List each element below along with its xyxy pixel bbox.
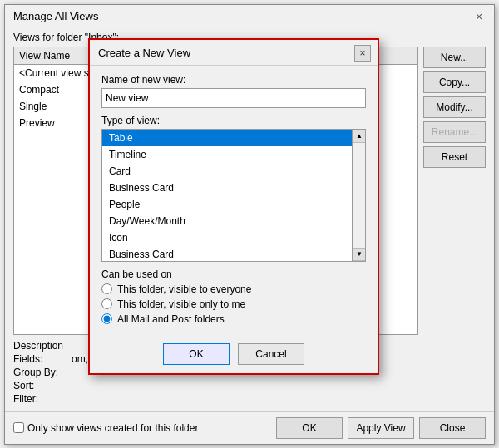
only-show-checkbox-row[interactable]: Only show views created for this folder (13, 422, 271, 434)
list-item[interactable]: Card (102, 163, 352, 180)
type-field-group: Type of view: Table Timeline Card Busine… (101, 115, 366, 262)
list-item[interactable]: Business Card (102, 180, 352, 196)
new-button[interactable]: New... (423, 47, 486, 68)
create-new-view-dialog: Create a New View × Name of new view: Ty… (88, 38, 379, 375)
radio-option-everyone[interactable]: This folder, visible to everyone (101, 283, 366, 295)
manage-right-panel: New... Copy... Modify... Rename... Reset (423, 47, 486, 335)
only-show-label: Only show views created for this folder (27, 422, 198, 434)
create-titlebar: Create a New View × (90, 40, 378, 66)
create-dialog-title: Create a New View (98, 47, 190, 59)
manage-dialog-title: Manage All Views (13, 10, 98, 22)
radio-only-me[interactable] (101, 298, 112, 309)
create-ok-button[interactable]: OK (163, 343, 230, 365)
manage-ok-button[interactable]: OK (276, 417, 343, 439)
modify-button[interactable]: Modify... (423, 96, 486, 118)
create-close-button[interactable]: × (354, 45, 371, 62)
sort-row: Sort: (13, 380, 486, 391)
list-item[interactable]: Table (102, 130, 352, 146)
manage-close-footer-button[interactable]: Close (419, 417, 486, 439)
can-be-used-label: Can be used on (101, 268, 366, 280)
create-cancel-button[interactable]: Cancel (238, 343, 304, 365)
create-body: Name of new view: Type of view: Table Ti… (90, 66, 378, 337)
radio-option-all-mail[interactable]: All Mail and Post folders (101, 313, 366, 325)
scroll-track (353, 143, 365, 248)
view-type-list: Table Timeline Card Business Card People… (102, 130, 352, 261)
name-label: Name of new view: (101, 74, 366, 86)
reset-button[interactable]: Reset (423, 146, 486, 168)
sort-label: Sort: (13, 380, 72, 391)
radio-everyone[interactable] (101, 283, 112, 294)
new-view-name-input[interactable] (101, 88, 366, 108)
rename-button[interactable]: Rename... (423, 121, 486, 143)
manage-titlebar: Manage All Views × (5, 5, 494, 27)
radio-all-mail[interactable] (101, 313, 112, 324)
type-label: Type of view: (101, 115, 366, 126)
groupby-label: Group By: (13, 367, 72, 378)
name-field-group: Name of new view: (101, 74, 366, 108)
fields-label: Fields: (13, 353, 72, 365)
manage-footer: Only show views created for this folder … (5, 411, 494, 444)
manage-close-button[interactable]: × (472, 10, 486, 23)
create-footer: OK Cancel (90, 337, 378, 373)
can-be-used-section: Can be used on This folder, visible to e… (101, 268, 366, 328)
radio-only-me-label: This folder, visible only to me (117, 298, 245, 310)
apply-view-button[interactable]: Apply View (348, 417, 414, 439)
radio-everyone-label: This folder, visible to everyone (117, 283, 251, 295)
radio-option-only-me[interactable]: This folder, visible only to me (101, 298, 366, 310)
description-label: Description (13, 340, 72, 352)
filter-row: Filter: (13, 393, 486, 405)
list-item[interactable]: Business Card (102, 246, 352, 261)
radio-all-mail-label: All Mail and Post folders (117, 313, 225, 325)
manage-all-views-dialog: Manage All Views × Views for folder "Inb… (4, 4, 495, 445)
list-item[interactable]: Day/Week/Month (102, 213, 352, 229)
list-item[interactable]: Icon (102, 229, 352, 246)
copy-button[interactable]: Copy... (423, 71, 486, 93)
scroll-down-button[interactable]: ▼ (353, 248, 366, 261)
filter-label: Filter: (13, 393, 72, 405)
scroll-up-button[interactable]: ▲ (353, 130, 366, 143)
list-item[interactable]: People (102, 196, 352, 213)
list-item[interactable]: Timeline (102, 146, 352, 163)
only-show-checkbox[interactable] (13, 422, 24, 433)
footer-buttons: OK Apply View Close (276, 417, 486, 439)
view-type-list-container: Table Timeline Card Business Card People… (101, 129, 366, 262)
list-scrollbar: ▲ ▼ (352, 130, 365, 261)
